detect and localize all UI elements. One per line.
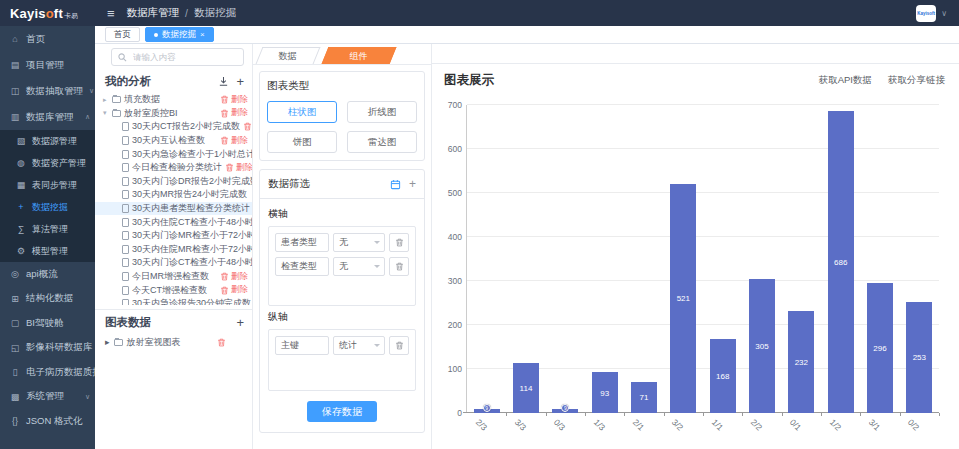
sidebar-item-表同步管理[interactable]: ▦表同步管理 [0,174,95,196]
axis-field-input[interactable]: 主键 [275,336,329,355]
sidebar-item-首页[interactable]: ⌂首页 [0,26,95,52]
x-tick-mark [506,413,507,416]
sidebar-item-数据抽取管理[interactable]: ◫数据抽取管理∨ [0,78,95,104]
sidebar-item-系统管理[interactable]: ▩系统管理∨ [0,385,95,410]
sidebar-item-模型管理[interactable]: ⚙模型管理 [0,240,95,262]
search-input[interactable] [131,51,237,63]
delete-button[interactable]: 删除 [220,107,250,119]
chart-type-雷达图[interactable]: 雷达图 [347,131,417,153]
chart-type-title: 图表类型 [267,79,417,93]
tree-item[interactable]: ▸填充数据删除 [95,93,252,107]
tree-item[interactable]: ▾放射室质控BI删除 [95,107,252,121]
brand-logo[interactable]: Kayisoft卡易 [0,6,95,21]
x-axis-title: 横轴 [268,207,416,221]
delete-button[interactable]: 删除 [220,271,250,283]
close-icon[interactable]: × [200,30,205,39]
tree-item[interactable]: 30天内互认检查数删除 [95,134,252,148]
my-analysis-header: 我的分析 + [95,69,252,93]
export-icon[interactable] [218,76,229,87]
tree-item[interactable]: 30天内患者类型检查分类统计 [95,202,252,216]
chart-view-item[interactable]: ▸放射室视图表 [95,334,252,350]
remove-field-button[interactable] [389,257,409,276]
delete-button[interactable]: 删除 [220,135,250,147]
sidebar-item-label: BI驾驶舱 [26,317,63,330]
sidebar-item-label: 数据挖掘 [32,201,68,214]
sidebar-item-影像科研数据库[interactable]: ◱影像科研数据库 [0,336,95,361]
delete-button[interactable]: 删除 [220,284,250,296]
tree-item[interactable]: 30天内CT报告2小时完成数删除 [95,120,252,134]
chart-type-饼图[interactable]: 饼图 [267,131,337,153]
tree-item[interactable]: 30天内门诊DR报告2小时完成数 [95,175,252,189]
sidebar-item-结构化数据[interactable]: ⊞结构化数据 [0,287,95,312]
tree-item[interactable]: 今天CT增强检查数删除 [95,283,252,297]
tree-item[interactable]: 30天内门诊MR检查小于72小时总计 [95,229,252,243]
axis-field-input[interactable]: 患者类型 [275,233,329,252]
tree-item[interactable]: 今日MR增强检查数删除 [95,270,252,284]
tab-data-mining[interactable]: 数据挖掘 × [145,27,214,42]
tree-item-label: 30天内MR报告24小时完成数 [132,188,247,201]
add-analysis-button[interactable]: + [236,75,244,88]
sidebar-item-电子病历数据质控[interactable]: ▯电子病历数据质控 [0,360,95,385]
tree-item[interactable]: 30天内急诊检查小于1小时总计 [95,147,252,161]
hamburger-icon[interactable]: ≡ [107,7,115,20]
tree-item-label: 30天内住院CT检查小于48小时总计 [132,216,252,229]
user-menu[interactable]: Kayisoft ∨ [916,5,947,22]
axis-field-input[interactable]: 检查类型 [275,257,329,276]
axis-agg-select[interactable]: 无 [333,233,385,252]
delete-button[interactable]: 删除 [220,94,250,106]
remove-field-button[interactable] [389,233,409,252]
add-view-button[interactable]: + [236,316,244,329]
sidebar-item-JSON 格式化[interactable]: {}JSON 格式化 [0,409,95,434]
chart-type-折线图[interactable]: 折线图 [347,101,417,123]
tree-item[interactable]: 今日检查检验分类统计删除 [95,161,252,175]
tree-item[interactable]: 30天内住院MR检查小于72小时总计 [95,243,252,257]
tree-item[interactable]: 30天内住院CT检查小于48小时总计 [95,215,252,229]
avatar[interactable]: Kayisoft [916,5,936,22]
chevron-up-icon: ∧ [85,113,90,121]
config-tab-组件[interactable]: 组件 [322,47,397,64]
sidebar-item-数据库管理[interactable]: ▥数据库管理∧ [0,104,95,130]
config-tab-数据[interactable]: 数据 [256,47,321,64]
bar-chart: 010020030040050060070092/31143/390/3931/… [438,95,951,449]
delete-view-button[interactable] [217,338,226,347]
get-share-link[interactable]: 获取分享链接 [888,74,945,87]
tab-home[interactable]: 首页 [105,27,140,42]
folder-icon [114,339,123,346]
search-box [111,48,244,66]
calendar-icon[interactable] [390,179,401,190]
sidebar-item-api概流[interactable]: ◎api概流 [0,262,95,287]
small-value-marker: 9 [483,404,491,412]
axis-field-row: 检查类型无 [275,257,409,276]
breadcrumb-parent[interactable]: 数据库管理 [127,6,180,20]
remove-field-button[interactable] [389,336,409,355]
axis-agg-select[interactable]: 无 [333,257,385,276]
sidebar-item-数据源管理[interactable]: ▧数据源管理 [0,130,95,152]
save-data-button[interactable]: 保存数据 [307,401,377,422]
delete-button[interactable]: 删除 [243,121,252,133]
database-icon: ▥ [10,112,20,122]
axis-agg-select[interactable]: 统计 [333,336,385,355]
sidebar-item-BI驾驶舱[interactable]: ▢BI驾驶舱 [0,311,95,336]
search-icon [118,53,127,62]
logo-subtext: 卡易 [64,12,78,19]
tree-item[interactable]: 30天内门诊CT检查小于48小时总计 [95,256,252,270]
bar: 168 [710,339,736,413]
tree-item[interactable]: 30天内MR报告24小时完成数 [95,188,252,202]
algorithm-icon: ∑ [16,224,26,234]
sidebar-item-数据挖掘[interactable]: +数据挖掘 [0,196,95,218]
x-tick-mark [624,413,625,416]
add-filter-button[interactable]: + [409,178,416,190]
y-tick-label: 300 [448,276,462,286]
caret-icon: ▸ [103,96,109,104]
x-tick-label: 1/3 [592,417,607,432]
get-api-data-link[interactable]: 获取API数据 [819,74,872,87]
asset-icon: ◍ [16,158,26,168]
tree-item[interactable]: 30天内急诊报告30分钟完成数 [95,297,252,305]
chart-display-title: 图表展示 [444,72,494,89]
sidebar-item-数据资产管理[interactable]: ◍数据资产管理 [0,152,95,174]
logo-o: o [46,6,54,21]
sidebar-item-算法管理[interactable]: ∑算法管理 [0,218,95,240]
delete-button[interactable]: 删除 [225,162,252,174]
chart-type-柱状图[interactable]: 柱状图 [267,101,337,123]
sidebar-item-项目管理[interactable]: ▤项目管理 [0,52,95,78]
